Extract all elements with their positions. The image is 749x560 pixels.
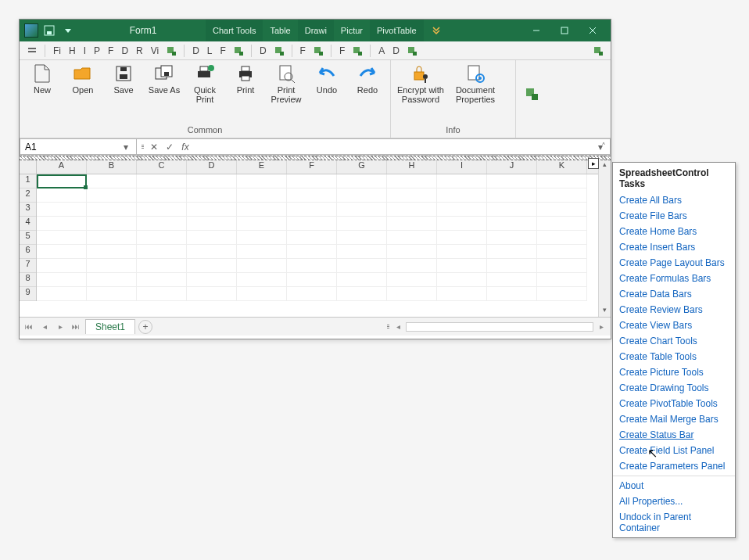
cell[interactable] bbox=[537, 203, 587, 217]
mb-add-right[interactable] bbox=[590, 46, 606, 56]
cell[interactable] bbox=[337, 259, 387, 273]
cell[interactable] bbox=[87, 203, 137, 217]
cell[interactable] bbox=[37, 188, 87, 203]
mb-add-3[interactable] bbox=[271, 46, 287, 56]
cell[interactable] bbox=[537, 273, 587, 287]
docprops-button[interactable]: Document Properties bbox=[450, 63, 500, 104]
col-header[interactable]: B bbox=[87, 160, 137, 174]
task-link[interactable]: Create PivotTable Tools bbox=[613, 396, 735, 411]
save-button[interactable]: Save bbox=[106, 63, 142, 95]
new-button[interactable]: New bbox=[24, 63, 60, 95]
cell[interactable] bbox=[287, 174, 337, 188]
cell[interactable] bbox=[37, 259, 87, 273]
minimize-button[interactable] bbox=[523, 23, 550, 38]
cell[interactable] bbox=[237, 259, 287, 273]
cancel-formula-icon[interactable]: ✕ bbox=[148, 142, 160, 153]
cell[interactable] bbox=[287, 231, 337, 245]
cell[interactable] bbox=[387, 203, 437, 217]
row-header[interactable]: 4 bbox=[20, 217, 36, 231]
mb-f4[interactable]: F bbox=[336, 45, 348, 56]
task-link[interactable]: Create Insert Bars bbox=[613, 239, 735, 255]
cell[interactable] bbox=[137, 245, 187, 259]
cell[interactable] bbox=[337, 287, 387, 301]
cell[interactable] bbox=[137, 287, 187, 301]
tab-drawing[interactable]: Drawi bbox=[298, 20, 334, 41]
cell[interactable] bbox=[187, 188, 237, 203]
hscroll-left-icon[interactable]: ◂ bbox=[392, 321, 404, 333]
cell[interactable] bbox=[387, 217, 437, 231]
scroll-down-icon[interactable]: ▾ bbox=[599, 306, 611, 317]
mb-add-6[interactable] bbox=[404, 46, 420, 56]
task-link[interactable]: Create Home Bars bbox=[613, 224, 735, 239]
cell[interactable] bbox=[187, 287, 237, 301]
cell[interactable] bbox=[487, 217, 537, 231]
cell[interactable] bbox=[337, 245, 387, 259]
cell[interactable] bbox=[237, 174, 287, 188]
cell[interactable] bbox=[487, 188, 537, 203]
mb-add-5[interactable] bbox=[349, 46, 365, 56]
cell[interactable] bbox=[87, 287, 137, 301]
task-link[interactable]: Create Status Bar bbox=[613, 427, 735, 443]
cells-area[interactable] bbox=[37, 174, 598, 301]
cell[interactable] bbox=[287, 287, 337, 301]
preview-button[interactable]: Print Preview bbox=[268, 63, 304, 104]
add-group-icon[interactable] bbox=[525, 87, 539, 101]
cell[interactable] bbox=[87, 217, 137, 231]
col-header[interactable]: E bbox=[237, 160, 287, 174]
cell[interactable] bbox=[37, 231, 87, 245]
mb-l[interactable]: L bbox=[204, 45, 216, 56]
sheet-nav-prev[interactable]: ◂ bbox=[38, 321, 51, 333]
mb-f2[interactable]: F bbox=[217, 45, 229, 56]
task-link[interactable]: Create Chart Tools bbox=[613, 333, 735, 349]
cell[interactable] bbox=[237, 245, 287, 259]
scroll-up-icon[interactable]: ▴ bbox=[599, 160, 611, 171]
col-header[interactable]: F bbox=[287, 160, 337, 174]
mb-a[interactable]: A bbox=[375, 45, 388, 56]
cell[interactable] bbox=[37, 203, 87, 217]
cell[interactable] bbox=[537, 245, 587, 259]
cell[interactable] bbox=[137, 259, 187, 273]
row-header[interactable]: 5 bbox=[20, 231, 36, 245]
col-header[interactable]: D bbox=[187, 160, 237, 174]
row-header[interactable]: 6 bbox=[20, 245, 36, 259]
cell[interactable] bbox=[237, 188, 287, 203]
cell[interactable] bbox=[87, 245, 137, 259]
task-link[interactable]: Create Table Tools bbox=[613, 349, 735, 364]
cell[interactable] bbox=[187, 231, 237, 245]
cell[interactable] bbox=[87, 259, 137, 273]
cell[interactable] bbox=[187, 259, 237, 273]
task-link[interactable]: Create Drawing Tools bbox=[613, 380, 735, 396]
cell[interactable] bbox=[387, 188, 437, 203]
qat-dropdown[interactable] bbox=[60, 23, 76, 38]
maximize-button[interactable] bbox=[551, 23, 578, 38]
cell[interactable] bbox=[187, 174, 237, 188]
cell[interactable] bbox=[337, 231, 387, 245]
row-header[interactable]: 3 bbox=[20, 203, 36, 217]
row-header[interactable]: 8 bbox=[20, 273, 36, 287]
cell[interactable] bbox=[187, 217, 237, 231]
open-button[interactable]: Open bbox=[65, 63, 101, 95]
collapse-ribbon-icon[interactable]: ˄ bbox=[601, 142, 606, 153]
add-sheet-button[interactable]: + bbox=[138, 320, 152, 334]
hscroll-right-icon[interactable]: ▸ bbox=[595, 321, 607, 333]
hscroll-grip[interactable] bbox=[385, 325, 390, 328]
cell[interactable] bbox=[37, 245, 87, 259]
cell[interactable] bbox=[437, 188, 487, 203]
encrypt-button[interactable]: Encrypt with Password bbox=[396, 63, 446, 104]
print-button[interactable]: Print bbox=[228, 63, 263, 95]
cell[interactable] bbox=[487, 231, 537, 245]
cell[interactable] bbox=[437, 231, 487, 245]
cell[interactable] bbox=[287, 203, 337, 217]
task-link[interactable]: Create Picture Tools bbox=[613, 364, 735, 380]
task-link[interactable]: Create View Bars bbox=[613, 318, 735, 333]
cell[interactable] bbox=[437, 273, 487, 287]
cell[interactable] bbox=[487, 287, 537, 301]
cell[interactable] bbox=[237, 287, 287, 301]
row-header[interactable]: 9 bbox=[20, 287, 36, 301]
cell[interactable] bbox=[237, 203, 287, 217]
cell[interactable] bbox=[237, 231, 287, 245]
cell[interactable] bbox=[437, 245, 487, 259]
col-header[interactable]: A bbox=[37, 160, 87, 174]
col-header[interactable]: C bbox=[137, 160, 187, 174]
col-header[interactable]: I bbox=[437, 160, 487, 174]
